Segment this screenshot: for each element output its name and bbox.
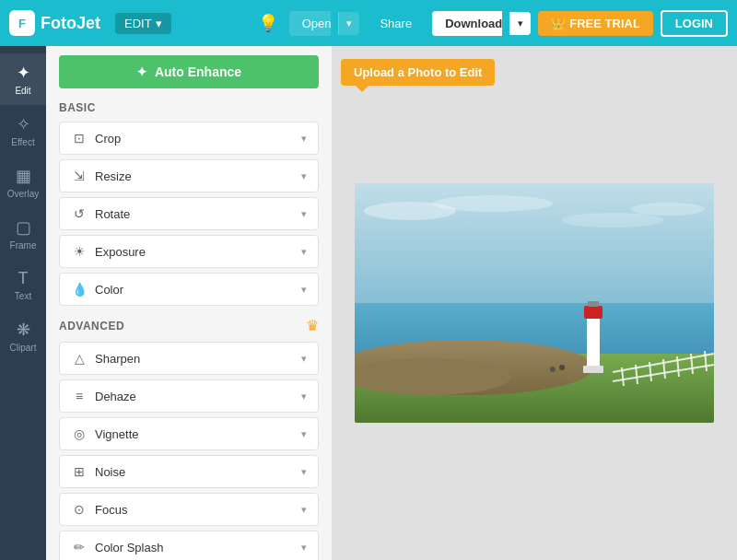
noise-icon: ⊞ [71,464,88,479]
color-caret: ▾ [301,284,307,296]
crop-icon: ⊡ [71,131,88,146]
vignette-icon: ◎ [71,426,88,441]
color-splash-caret: ▾ [301,542,307,554]
exposure-caret: ▾ [301,246,307,258]
color-icon: 💧 [71,282,88,297]
sharpen-icon: △ [71,351,88,366]
edit-mode-dropdown[interactable]: EDIT ▾ [115,13,171,34]
hint-icon: 💡 [258,13,278,33]
sidebar-item-frame[interactable]: ▢ Frame [0,208,46,260]
resize-caret: ▾ [301,170,307,182]
free-trial-button[interactable]: 👑 FREE TRIAL [538,11,653,36]
svg-point-3 [562,213,663,228]
text-icon: T [18,269,29,288]
sidebar-item-overlay[interactable]: ▦ Overlay [0,157,46,208]
tools-panel: ✦ Auto Enhance BASIC ⊡ Crop ▾ ⇲ Resize ▾… [46,46,332,560]
header: F FotoJet EDIT ▾ 💡 Open ▾ Share Download… [0,0,737,46]
overlay-icon: ▦ [16,166,31,186]
canvas-area[interactable]: Upload a Photo to Edit [332,46,737,560]
sidebar-item-clipart[interactable]: ❋ Clipart [0,310,46,362]
tool-dehaze[interactable]: ≡ Dehaze ▾ [59,379,319,413]
logo-text: FotoJet [41,14,100,33]
sidebar-item-effect[interactable]: ✧ Effect [0,105,46,157]
sidebar-item-edit[interactable]: ✦ Edit [0,53,46,105]
svg-point-2 [433,195,553,212]
svg-point-22 [559,365,565,370]
advanced-crown-icon: ♛ [306,317,319,334]
crop-caret: ▾ [301,133,307,145]
tool-crop[interactable]: ⊡ Crop ▾ [59,122,319,155]
tool-resize[interactable]: ⇲ Resize ▾ [59,159,319,192]
canvas-image [355,183,714,423]
focus-caret: ▾ [301,504,307,516]
logo-icon: F [9,10,35,36]
svg-rect-11 [588,301,599,307]
auto-enhance-icon: ✦ [136,64,147,79]
advanced-section-label: ADVANCED [59,320,124,332]
resize-icon: ⇲ [71,169,88,183]
svg-point-4 [631,203,705,216]
crown-icon: 👑 [551,17,566,30]
exposure-icon: ☀ [71,244,88,259]
svg-rect-12 [583,366,603,373]
sharpen-caret: ▾ [301,353,307,365]
main-layout: ✦ Edit ✧ Effect ▦ Overlay ▢ Frame T Text… [0,46,737,560]
download-button[interactable]: Download [432,11,502,36]
upload-tooltip[interactable]: Upload a Photo to Edit [341,59,495,86]
tool-vignette[interactable]: ◎ Vignette ▾ [59,417,319,450]
color-splash-icon: ✏ [71,540,88,554]
download-dropdown-caret[interactable]: ▾ [509,12,531,35]
logo-area: F FotoJet [9,10,100,36]
auto-enhance-button[interactable]: ✦ Auto Enhance [59,55,319,88]
rotate-icon: ↺ [71,206,88,221]
focus-icon: ⊙ [71,502,88,517]
basic-section-label: BASIC [59,101,319,114]
advanced-header: ADVANCED ♛ [59,317,319,334]
edit-icon: ✦ [17,63,30,83]
svg-point-23 [550,367,556,372]
login-button[interactable]: LOGIN [661,10,728,37]
share-button[interactable]: Share [367,11,425,36]
tool-color[interactable]: 💧 Color ▾ [59,273,319,306]
tool-rotate[interactable]: ↺ Rotate ▾ [59,197,319,230]
svg-rect-9 [587,317,600,368]
rotate-caret: ▾ [301,208,307,220]
tool-color-splash[interactable]: ✏ Color Splash ▾ [59,531,319,560]
tool-noise[interactable]: ⊞ Noise ▾ [59,455,319,488]
dehaze-caret: ▾ [301,391,307,402]
tool-focus[interactable]: ⊙ Focus ▾ [59,493,319,526]
side-nav: ✦ Edit ✧ Effect ▦ Overlay ▢ Frame T Text… [0,46,46,560]
sidebar-item-text[interactable]: T Text [0,260,46,310]
svg-rect-10 [584,306,602,319]
open-button[interactable]: Open [289,11,332,36]
tool-sharpen[interactable]: △ Sharpen ▾ [59,342,319,375]
clipart-icon: ❋ [17,320,30,340]
noise-caret: ▾ [301,466,307,478]
dehaze-icon: ≡ [71,389,88,403]
vignette-caret: ▾ [301,428,307,440]
tool-exposure[interactable]: ☀ Exposure ▾ [59,235,319,268]
effect-icon: ✧ [17,114,30,134]
frame-icon: ▢ [16,217,31,238]
open-dropdown-caret[interactable]: ▾ [338,12,359,35]
